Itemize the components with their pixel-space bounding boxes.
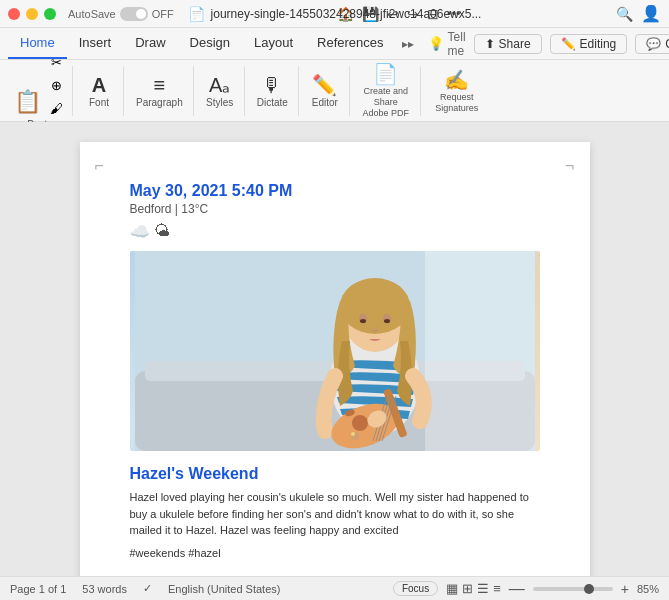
svg-rect-3 [425, 251, 535, 451]
tab-design[interactable]: Design [178, 28, 242, 59]
signature-icon: ✍️ [444, 68, 469, 92]
format-painter-button[interactable]: 🖌 [44, 97, 68, 119]
minimize-button[interactable] [26, 8, 38, 20]
font-icon: A [92, 74, 106, 97]
styles-icon: Aₐ [209, 73, 230, 97]
styles-button[interactable]: Aₐ Styles [200, 69, 240, 112]
weather-icons: ☁️ 🌤 [130, 222, 540, 241]
autosave-toggle[interactable] [120, 7, 148, 21]
create-pdf-group: 📄 Create and Share Adobe PDF [352, 66, 421, 116]
proofread-icon[interactable]: ✓ [143, 582, 152, 595]
search-icon[interactable]: 🔍 [616, 6, 633, 22]
share-icon: ⬆ [485, 37, 495, 51]
font-group: A Font [75, 66, 124, 116]
paste-button[interactable]: 📋 [12, 85, 43, 119]
document-title-area: 📄 journey-single-1455032428948-jfi2wc14a… [188, 6, 482, 22]
tab-layout[interactable]: Layout [242, 28, 305, 59]
traffic-lights [8, 8, 56, 20]
editing-button[interactable]: ✏️ Editing [550, 34, 628, 54]
view-icons: ▦ ⊞ ☰ ≡ [446, 581, 501, 596]
document-page: ⌐ ⌐ May 30, 2021 5:40 PM Bedford | 13°C … [80, 142, 590, 576]
editor-button[interactable]: ✏️ Editor [305, 69, 345, 112]
document-title: journey-single-1455032428948-jfi2wc14a06… [211, 7, 482, 21]
svg-point-9 [360, 319, 366, 323]
request-sig-label: Request Signatures [433, 92, 481, 114]
font-button[interactable]: A Font [79, 70, 119, 112]
styles-label: Styles [206, 97, 233, 108]
cloud-icon: ☁️ [130, 222, 150, 241]
account-icon[interactable]: 👤 [641, 4, 661, 23]
pdf-icon: 📄 [373, 62, 398, 86]
tell-me-area[interactable]: 💡 Tell me [420, 28, 474, 59]
dictate-label: Dictate [257, 97, 288, 108]
doc-file-icon: 📄 [188, 6, 205, 22]
page-info: Page 1 of 1 [10, 583, 66, 595]
ribbon-right-buttons: ⬆ Share ✏️ Editing 💬 Comments [474, 28, 669, 59]
dictate-group: 🎙 Dictate [247, 66, 299, 116]
document-area: ⌐ ⌐ May 30, 2021 5:40 PM Bedford | 13°C … [0, 122, 669, 576]
paragraph-button[interactable]: ≡ Paragraph [130, 70, 189, 112]
zoom-plus[interactable]: + [621, 581, 629, 597]
web-view-icon[interactable]: ⊞ [462, 581, 473, 596]
pencil-icon: ✏️ [561, 37, 576, 51]
share-button[interactable]: ⬆ Share [474, 34, 542, 54]
language-label[interactable]: English (United States) [168, 583, 281, 595]
tab-draw[interactable]: Draw [123, 28, 177, 59]
maximize-button[interactable] [44, 8, 56, 20]
svg-point-10 [384, 319, 390, 323]
request-sig-button[interactable]: ✍️ Request Signatures [427, 64, 487, 118]
format-painter-icon: 🖌 [50, 101, 63, 116]
tell-me-label: Tell me [448, 30, 466, 58]
zoom-slider[interactable] [533, 587, 613, 591]
lightbulb-icon: 💡 [428, 36, 444, 51]
outline-view-icon[interactable]: ☰ [477, 581, 489, 596]
create-pdf-label: Create and Share Adobe PDF [362, 86, 410, 118]
paste-group: 📋 ✂ ⊕ 🖌 Paste [8, 66, 73, 116]
comment-icon: 💬 [646, 37, 661, 51]
create-pdf-button[interactable]: 📄 Create and Share Adobe PDF [356, 58, 416, 122]
svg-point-20 [351, 432, 355, 436]
word-count: 53 words [82, 583, 127, 595]
zoom-thumb [584, 584, 594, 594]
cut-icon: ✂ [51, 55, 62, 70]
entry-location: Bedford | 13°C [130, 202, 540, 216]
editor-icon: ✏️ [312, 73, 337, 97]
more-tabs-indicator[interactable]: ▸▸ [396, 28, 420, 59]
toggle-knob [136, 9, 146, 19]
focus-button[interactable]: Focus [393, 581, 438, 596]
tab-insert[interactable]: Insert [67, 28, 124, 59]
title-bar: AutoSave OFF 🏠 💾 ↩ ↪ ⊟ ••• 📄 journey-sin… [0, 0, 669, 28]
paste-icon: 📋 [14, 89, 41, 115]
print-view-icon[interactable]: ▦ [446, 581, 458, 596]
tab-references[interactable]: References [305, 28, 395, 59]
copy-button[interactable]: ⊕ [44, 74, 68, 96]
svg-point-17 [352, 415, 368, 431]
paragraph-label: Paragraph [136, 97, 183, 108]
toolbar: 📋 ✂ ⊕ 🖌 Paste A Font [0, 60, 669, 122]
copy-icon: ⊕ [51, 78, 62, 93]
autosave-state: OFF [152, 8, 174, 20]
entry-image [130, 251, 540, 451]
entry-image-svg [130, 251, 540, 451]
comments-button[interactable]: 💬 Comments [635, 34, 669, 54]
zoom-minus[interactable]: — [509, 580, 525, 598]
editor-label: Editor [312, 97, 338, 108]
paragraph-icon: ≡ [154, 74, 166, 97]
entry-tags: #weekends #hazel [130, 547, 540, 559]
font-label: Font [89, 97, 109, 108]
paragraph-group: ≡ Paragraph [126, 66, 194, 116]
cut-button[interactable]: ✂ [44, 51, 68, 73]
read-view-icon[interactable]: ≡ [493, 581, 501, 596]
close-button[interactable] [8, 8, 20, 20]
status-bar: Page 1 of 1 53 words ✓ English (United S… [0, 576, 669, 600]
microphone-icon: 🎙 [262, 74, 282, 97]
ribbon-tabs: Home Insert Draw Design Layout Reference… [0, 28, 669, 60]
entry-title: Hazel's Weekend [130, 465, 540, 483]
autosave-label: AutoSave [68, 8, 116, 20]
entry-body[interactable]: Hazel loved playing her cousin's ukulele… [130, 489, 540, 539]
dictate-button[interactable]: 🎙 Dictate [251, 70, 294, 112]
page-corner-tl: ⌐ [95, 157, 104, 175]
sun-icon: 🌤 [154, 222, 170, 241]
page-corner-tr: ⌐ [565, 157, 574, 175]
entry-date: May 30, 2021 5:40 PM [130, 182, 540, 200]
